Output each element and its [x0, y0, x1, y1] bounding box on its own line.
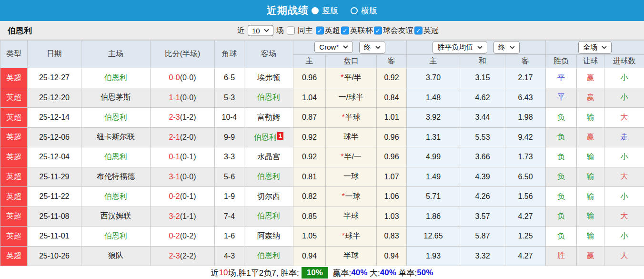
header-home: 主场	[81, 41, 151, 68]
home-team-cell: 伯恩利	[81, 108, 151, 128]
handicap-result-cell: 赢	[577, 246, 604, 266]
odds-away-cell: 0.94	[377, 246, 407, 266]
layout-radio-vertical[interactable]	[312, 7, 319, 14]
halftime-score: (0-1)	[180, 192, 196, 200]
home-team-cell: 伯恩利	[81, 68, 151, 88]
handicap-star: *	[341, 73, 343, 82]
layout-radio-horizontal-label[interactable]: 横版	[361, 5, 377, 16]
away-team-name: 阿森纳	[257, 232, 280, 240]
league-checkbox-label-1: 英联杯	[350, 25, 373, 35]
odds-home-cell: 0.92	[293, 147, 326, 167]
away-team-name: 伯恩利	[257, 251, 280, 259]
team-name: 伯恩利	[8, 25, 32, 36]
scope-group-header: 全场	[546, 41, 644, 55]
summary-segment-9: 50%	[417, 268, 433, 278]
home-team-name: 伯恩利	[104, 153, 127, 161]
avg-away-cell: 1.25	[505, 227, 546, 247]
home-team-cell: 伯恩利	[81, 187, 151, 207]
red-card-badge: 1	[277, 132, 283, 140]
fulltime-score: 2-1	[169, 133, 180, 141]
avg-away-cell: 4.27	[505, 246, 546, 266]
home-team-cell: 狼队	[81, 246, 151, 266]
summary-segment-5: 40%	[351, 268, 367, 278]
league-checkbox-3[interactable]: ✓	[414, 26, 423, 34]
odds-time-select[interactable]: 终	[359, 41, 385, 54]
summary-segment-8: 单率:	[396, 268, 417, 279]
corners-cell: 1-6	[215, 227, 244, 247]
avg-home-cell: 5.71	[407, 187, 460, 207]
halftime-score: (0-0)	[180, 173, 196, 181]
handicap-cell: 球半	[326, 127, 377, 147]
subheader-result: 胜负	[546, 55, 577, 68]
odds-away-cell: 0.96	[377, 147, 407, 167]
same-home-checkbox[interactable]	[287, 26, 295, 34]
summary-segment-2: 场,胜1平2负7, 胜率:	[228, 268, 299, 279]
summary-segment-0: 近	[211, 268, 219, 279]
odds-home-cell: 0.82	[293, 187, 326, 207]
handicap-cell: 半球	[326, 207, 377, 227]
layout-radio-vertical-label[interactable]: 竖版	[322, 5, 338, 16]
handicap-cell: *一球	[326, 187, 377, 207]
away-team-name: 伯恩利	[257, 212, 280, 220]
away-team-name: 伯恩利	[257, 172, 280, 180]
league-cell: 英超	[0, 88, 28, 108]
home-team-name: 西汉姆联	[101, 212, 131, 220]
subheader-handicap-result: 让球	[577, 55, 604, 68]
handicap-result-cell: 输	[577, 167, 604, 187]
avg-draw-cell: 4.26	[460, 187, 505, 207]
goals-result-cell: 小	[604, 68, 644, 88]
odds-away-cell: 0.96	[377, 127, 407, 147]
league-cell: 英超	[0, 147, 28, 167]
avg-type-select[interactable]: 胜平负均值	[433, 41, 487, 54]
score-cell: 2-3(1-2)	[151, 108, 215, 128]
odds-company-select[interactable]: Crow*	[314, 41, 353, 53]
odds-away-cell: 0.84	[377, 88, 407, 108]
avg-draw-cell: 5.53	[460, 127, 505, 147]
avg-away-cell: 1.56	[505, 187, 546, 207]
avg-home-cell: 12.65	[407, 227, 460, 247]
corners-cell: 1-9	[215, 187, 244, 207]
layout-radio-horizontal[interactable]	[351, 7, 358, 14]
odds-home-cell: 1.04	[293, 88, 326, 108]
handicap-result-cell: 输	[577, 227, 604, 247]
header-type: 类型	[0, 41, 28, 68]
odds-home-cell: 1.05	[293, 227, 326, 247]
score-cell: 0-0(0-0)	[151, 68, 215, 88]
avg-home-cell: 4.99	[407, 147, 460, 167]
score-cell: 3-1(0-0)	[151, 167, 215, 187]
summary-segment-3: 10%	[302, 267, 328, 279]
scope-select[interactable]: 全场	[578, 41, 612, 54]
corners-cell: 9-9	[215, 127, 244, 147]
score-cell: 2-1(2-0)	[151, 127, 215, 147]
summary-segment-6: 大:	[367, 268, 380, 279]
date-cell: 25-12-27	[28, 68, 81, 88]
league-checkbox-label-0: 英超	[325, 25, 340, 35]
chevron-down-icon	[375, 46, 381, 49]
corners-cell: 5-3	[215, 88, 244, 108]
table-row: 英超25-10-26狼队2-3(2-2)4-3伯恩利0.94半球0.941.93…	[0, 246, 644, 266]
corners-cell: 4-3	[215, 246, 244, 266]
table-row: 英超25-12-06纽卡斯尔联2-1(2-0)9-9伯恩利10.92球半0.96…	[0, 127, 644, 147]
goals-result-cell: 小	[604, 187, 644, 207]
league-checkbox-1[interactable]: ✓	[341, 26, 349, 34]
avg-away-cell: 6.50	[505, 167, 546, 187]
league-cell: 英超	[0, 108, 28, 128]
recent-count-select[interactable]: 10	[248, 25, 273, 36]
goals-result-cell: 小	[604, 227, 644, 247]
result-cell: 负	[546, 227, 577, 247]
away-team-name: 切尔西	[257, 192, 280, 200]
odds-home-cell: 0.92	[293, 127, 326, 147]
avg-home-cell: 1.86	[407, 207, 460, 227]
halftime-score: (1-1)	[180, 212, 196, 220]
league-checkbox-0[interactable]: ✓	[316, 26, 324, 34]
avg-draw-cell: 3.57	[460, 207, 505, 227]
handicap-cell: *半/一	[326, 147, 377, 167]
away-team-name: 富勒姆	[257, 113, 280, 121]
league-checkbox-2[interactable]: ✓	[374, 26, 382, 34]
subheader-avg-draw: 和	[460, 55, 505, 68]
halftime-score: (0-1)	[180, 153, 196, 161]
away-team-cell: 伯恩利	[244, 246, 293, 266]
handicap-result-cell: 输	[577, 108, 604, 128]
avg-time-select[interactable]: 终	[493, 41, 520, 54]
goals-result-cell: 大	[604, 246, 644, 266]
